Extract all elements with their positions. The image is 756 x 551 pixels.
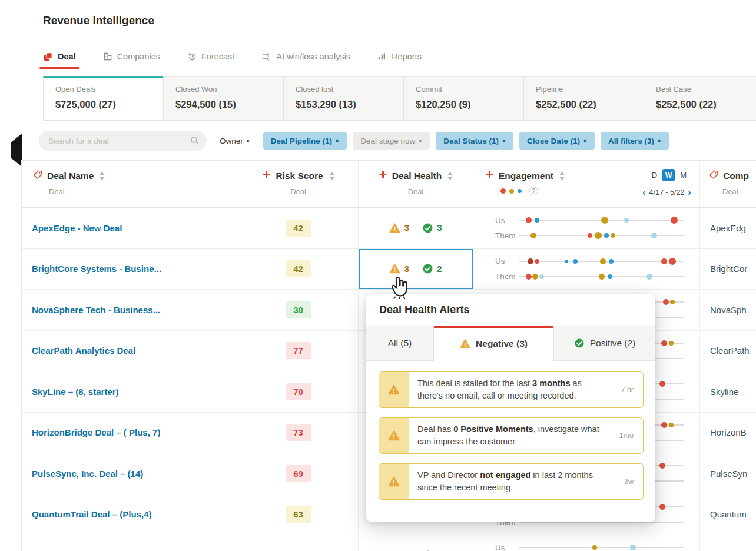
filter-chip-deal-status-1-[interactable]: Deal Status (1)▸	[436, 132, 513, 150]
deal-name-link[interactable]: NovaSphere Tech - Business...	[32, 305, 160, 315]
engagement-cell: UsThem	[473, 535, 700, 551]
summary-card-closed-won[interactable]: Closed Won$294,500 (15)	[163, 76, 284, 121]
filter-chips: Deal Pipeline (1)▸Deal stage now▸Deal St…	[263, 132, 669, 150]
deal-name-link[interactable]: ApexEdge - New Deal	[32, 223, 122, 233]
granularity-option-m[interactable]: M	[680, 171, 687, 180]
deal-name-link[interactable]: HorizonBridge Deal – ( Plus, 7)	[32, 427, 160, 437]
granularity-option-w[interactable]: W	[662, 169, 675, 181]
engagement-dot	[659, 504, 665, 510]
company-link[interactable]: NovaSph	[710, 305, 747, 315]
summary-card-closed-lost[interactable]: Closed lost$153,290 (13)	[283, 76, 404, 121]
engagement-track	[519, 540, 684, 551]
granularity-toggle: DWM	[652, 169, 687, 181]
page-title: Revenue Intelligence	[43, 14, 154, 27]
card-label: Closed Won	[175, 85, 271, 94]
deal-name-link[interactable]: QuantumTrail Deal – (Plus,4)	[32, 509, 151, 519]
engagement-dot	[532, 274, 538, 280]
col-header-deal-name[interactable]: Deal Name Deal	[22, 161, 238, 207]
sort-icon[interactable]	[329, 172, 334, 180]
chip-label: Deal stage now	[360, 137, 415, 145]
nav-tab-companies[interactable]: Companies	[103, 52, 160, 61]
nav-tab-ai-win-loss[interactable]: AI win/loss analysis	[261, 52, 350, 62]
next-icon[interactable]: ›	[688, 187, 691, 197]
nav-tab-reports[interactable]: Reports	[377, 52, 422, 61]
engagement-dot	[592, 545, 597, 550]
popup-tab-negative-3-[interactable]: Negative (3)	[434, 326, 554, 361]
company-link[interactable]: HorizonB	[710, 427, 747, 437]
check-icon	[574, 338, 585, 348]
sort-icon[interactable]	[447, 172, 453, 180]
col-header-risk-score[interactable]: Risk Score Deal	[238, 161, 359, 207]
sort-icon[interactable]	[100, 172, 105, 180]
deal-name-cell: ApexEdge - New Deal	[22, 208, 238, 248]
popup-title: Deal Health Alerts	[366, 294, 655, 326]
granularity-option-d[interactable]: D	[652, 171, 657, 180]
col-header-engagement[interactable]: Engagement ? DWM ‹ 4/17 - 5/22 ›	[473, 161, 700, 207]
alert-item[interactable]: This deal is stalled for the last 3 mont…	[379, 371, 644, 408]
positive-alert-count[interactable]: 2	[422, 263, 442, 274]
col-header-company[interactable]: Comp Deal	[700, 161, 756, 207]
company-link[interactable]: Skyline	[710, 387, 738, 397]
engagement-dot	[669, 258, 676, 265]
card-label: Commit	[416, 85, 512, 94]
prev-icon[interactable]: ‹	[642, 187, 646, 197]
deal-name-link[interactable]: PulseSync, Inc. Deal – (14)	[32, 469, 143, 479]
summary-card-best-case[interactable]: Best Case$252,500 (22)	[644, 76, 756, 121]
company-cell: Quantum	[700, 494, 756, 535]
filter-chip-close-date-1-[interactable]: Close Date (1)▸	[519, 132, 595, 150]
nav-tab-deal[interactable]: Deal	[43, 52, 76, 62]
legend-dot-red	[500, 188, 506, 194]
risk-score-cell: 30	[238, 290, 359, 330]
summary-card-pipeline[interactable]: Pipeline$252,500 (22)	[523, 76, 644, 121]
search-input[interactable]	[39, 131, 207, 151]
col-subtitle: Deal	[49, 187, 238, 196]
sort-icon[interactable]	[559, 172, 565, 180]
alert-icon-strip	[379, 464, 409, 499]
engagement-track	[519, 254, 684, 268]
positive-alert-count[interactable]: 3	[422, 223, 442, 234]
deal-health-cell[interactable]	[359, 535, 473, 551]
chip-label: All filters (3)	[608, 137, 654, 145]
company-link[interactable]: Quantum	[710, 509, 747, 519]
table-row: BrightCore Systems - Busine...4232UsThem…	[22, 249, 756, 290]
deal-health-cell[interactable]: 32	[359, 249, 473, 290]
card-value: $725,000 (27)	[55, 99, 151, 110]
popup-tabs: All (5)Negative (3)Positive (2)	[366, 326, 655, 361]
owner-dropdown[interactable]: Owner ▸	[213, 132, 257, 150]
col-header-deal-health[interactable]: Deal Health Deal	[359, 161, 473, 207]
col-label: Engagement	[499, 171, 553, 181]
risk-score-badge: 73	[286, 424, 311, 441]
engagement-line-us: Us	[473, 254, 699, 268]
popup-tab-all-5-[interactable]: All (5)	[366, 326, 434, 361]
deal-name-link[interactable]: SkyLine – (8, starter)	[32, 387, 119, 397]
card-label: Closed lost	[296, 85, 392, 94]
engagement-dot	[528, 258, 533, 264]
risk-score-cell: 42	[238, 208, 359, 248]
engagement-dot	[669, 341, 674, 346]
filter-chip-deal-pipeline-1-[interactable]: Deal Pipeline (1)▸	[263, 132, 347, 150]
filter-chip-deal-stage-now[interactable]: Deal stage now▸	[353, 132, 430, 150]
chevron-right-icon: ▸	[336, 138, 339, 144]
risk-score-cell: 70	[238, 371, 359, 412]
search-box[interactable]	[39, 131, 207, 151]
alert-item[interactable]: Deal has 0 Positive Moments, investigate…	[379, 417, 644, 454]
deal-icon	[43, 52, 53, 62]
nav-tab-forecast[interactable]: Forecast	[187, 52, 234, 61]
alert-item[interactable]: VP and Director not engaged in last 2 mo…	[379, 463, 644, 500]
popup-tab-positive-2-[interactable]: Positive (2)	[554, 326, 655, 361]
legend-dot-gold	[509, 189, 514, 194]
negative-alert-count[interactable]: 3	[389, 263, 409, 274]
filter-chip-all-filters-3-[interactable]: All filters (3)▸	[601, 132, 669, 150]
company-link[interactable]: ApexEdg	[710, 223, 746, 233]
deal-name-link[interactable]: ClearPath Analytics Deal	[32, 346, 135, 356]
help-icon[interactable]: ?	[529, 187, 538, 195]
company-link[interactable]: BrightCor	[710, 264, 747, 274]
company-link[interactable]: ClearPath	[710, 346, 750, 356]
engagement-dot	[601, 217, 608, 224]
company-link[interactable]: PulseSyn	[710, 469, 747, 479]
summary-card-open-deals[interactable]: Open Deals$725,000 (27)	[43, 76, 164, 121]
summary-card-commit[interactable]: Commit$120,250 (9)	[403, 76, 524, 121]
deal-name-link[interactable]: BrightCore Systems - Busine...	[32, 264, 161, 274]
deal-health-cell[interactable]: 33	[359, 208, 473, 248]
negative-alert-count[interactable]: 3	[389, 223, 409, 234]
